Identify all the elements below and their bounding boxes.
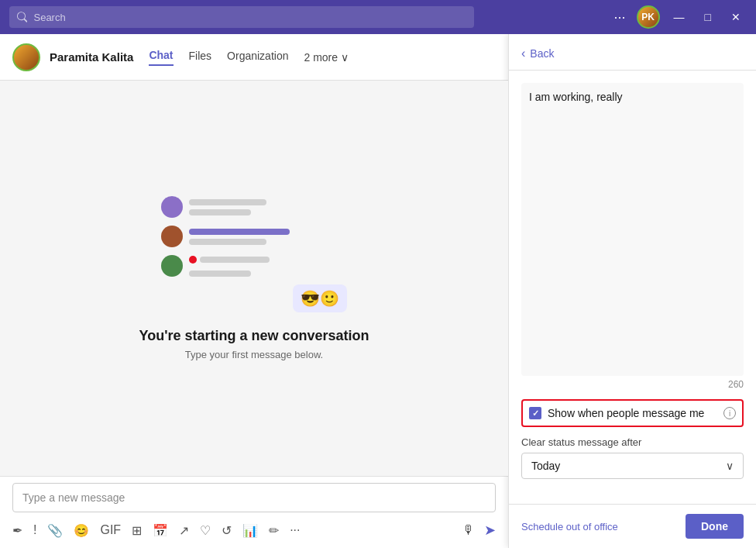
- loop-icon[interactable]: ↺: [222, 523, 232, 538]
- illus-line: [189, 229, 290, 235]
- side-panel: ‹ Back I am working, really 260 Show whe…: [508, 34, 756, 548]
- share-screen-icon[interactable]: ↗: [179, 523, 189, 538]
- sticker-icon[interactable]: ⊞: [132, 523, 142, 538]
- clear-after-label: Clear status message after: [521, 436, 744, 448]
- panel-footer: Schedule out of office Done: [509, 504, 756, 548]
- search-input[interactable]: [33, 12, 466, 23]
- draw-icon[interactable]: ✏: [269, 523, 279, 538]
- chat-tabs: Chat Files Organization 2 more ∨: [149, 49, 349, 66]
- illus-lines-2: [189, 229, 290, 245]
- char-count: 260: [521, 379, 744, 390]
- minimize-button[interactable]: —: [668, 8, 691, 26]
- back-label: Back: [530, 47, 554, 60]
- contact-name: Paramita Kalita: [50, 50, 133, 64]
- conversation-illustration: 😎🙂: [161, 196, 347, 312]
- conversation-title: You're starting a new conversation: [139, 328, 369, 344]
- illus-line: [189, 239, 266, 245]
- info-icon[interactable]: i: [723, 407, 736, 419]
- tab-chat[interactable]: Chat: [149, 49, 173, 66]
- like-icon[interactable]: ♡: [200, 523, 211, 538]
- show-when-row: Show when people message me i: [521, 399, 744, 427]
- emoji-bubble: 😎🙂: [293, 284, 347, 312]
- maximize-button[interactable]: □: [699, 8, 717, 26]
- titlebar: ··· PK — □ ✕: [0, 0, 756, 34]
- illus-line: [200, 257, 270, 263]
- titlebar-controls: ··· PK — □ ✕: [611, 5, 747, 29]
- conversation-subtitle: Type your first message below.: [185, 349, 323, 360]
- meet-icon[interactable]: 📅: [153, 523, 168, 538]
- search-icon: [17, 12, 27, 22]
- more-options-button[interactable]: ···: [611, 6, 629, 29]
- chat-input-area: Type a new message ✒ ! 📎 😊 GIF ⊞ 📅 ↗ ♡ ↺…: [0, 476, 508, 548]
- illus-avatar-2: [161, 226, 183, 247]
- status-message-input[interactable]: I am working, really: [521, 83, 744, 376]
- panel-body: I am working, really 260 Show when peopl…: [509, 71, 756, 504]
- show-when-checkbox[interactable]: [529, 407, 541, 419]
- illus-avatar-1: [161, 196, 183, 218]
- chat-header: Paramita Kalita Chat Files Organization …: [0, 34, 508, 81]
- send-button[interactable]: ➤: [484, 522, 496, 539]
- illus-red-dot: [189, 256, 197, 264]
- toolbar-right: 🎙 ➤: [462, 522, 496, 539]
- tab-organization[interactable]: Organization: [227, 50, 288, 65]
- user-avatar-title[interactable]: PK: [637, 5, 660, 29]
- illus-lines-3: [189, 256, 270, 277]
- back-button[interactable]: ‹ Back: [509, 34, 756, 71]
- illus-avatar-3: [161, 255, 183, 277]
- main-area: Paramita Kalita Chat Files Organization …: [0, 34, 756, 548]
- tab-files[interactable]: Files: [189, 50, 212, 65]
- illus-lines-1: [189, 199, 266, 215]
- more-tools-icon[interactable]: ···: [290, 523, 300, 537]
- chevron-down-icon: ∨: [726, 460, 734, 472]
- chat-toolbar: ✒ ! 📎 😊 GIF ⊞ 📅 ↗ ♡ ↺ 📊 ✏ ··· 🎙 ➤: [12, 519, 496, 542]
- message-input-placeholder[interactable]: Type a new message: [12, 483, 496, 512]
- chat-area: Paramita Kalita Chat Files Organization …: [0, 34, 508, 548]
- illus-line: [189, 209, 251, 215]
- show-when-label: Show when people message me: [548, 407, 717, 419]
- schedule-out-of-office-link[interactable]: Schedule out of office: [521, 521, 618, 532]
- format-icon[interactable]: ✒: [12, 523, 22, 538]
- search-bar[interactable]: [9, 6, 474, 28]
- chat-body: 😎🙂 You're starting a new conversation Ty…: [0, 81, 508, 476]
- clear-dropdown[interactable]: Today ∨: [521, 453, 744, 479]
- illus-line: [189, 199, 266, 205]
- chart-icon[interactable]: 📊: [242, 523, 258, 538]
- contact-avatar: [12, 43, 40, 71]
- tab-more[interactable]: 2 more ∨: [304, 51, 348, 64]
- dictate-icon[interactable]: 🎙: [462, 523, 475, 537]
- done-button[interactable]: Done: [686, 514, 744, 539]
- gif-icon[interactable]: GIF: [100, 523, 121, 537]
- close-button[interactable]: ✕: [725, 8, 747, 26]
- illus-line: [189, 271, 251, 277]
- attach-icon[interactable]: 📎: [47, 523, 63, 538]
- urgent-icon[interactable]: !: [33, 523, 36, 537]
- clear-dropdown-value: Today: [531, 460, 560, 472]
- emoji-icon[interactable]: 😊: [74, 523, 89, 538]
- back-arrow-icon: ‹: [521, 47, 525, 60]
